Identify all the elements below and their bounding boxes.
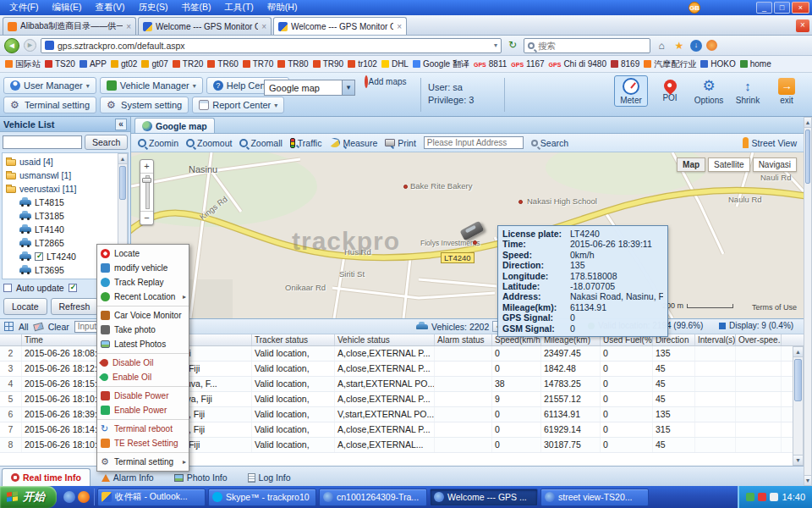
context-menu-item[interactable]: Car Voice Monitor: [97, 308, 189, 323]
tray-app-icon[interactable]: [770, 493, 778, 501]
menu-item[interactable]: 帮助(H): [261, 1, 304, 14]
bookmark-item[interactable]: gt02: [111, 59, 137, 69]
context-menu-item[interactable]: Terminal setting: [97, 455, 189, 469]
tray-status-icon[interactable]: [746, 493, 754, 501]
home-icon[interactable]: ⌂: [655, 39, 668, 52]
close-button[interactable]: ×: [792, 2, 809, 14]
back-button[interactable]: ◄: [4, 38, 19, 53]
map-toolbar-button[interactable]: Print: [385, 138, 416, 148]
context-menu-item[interactable]: Locate: [97, 246, 189, 261]
sidebar-action-button[interactable]: Locate: [3, 298, 47, 315]
vehicle-search-input[interactable]: [3, 135, 82, 149]
bookmark-item[interactable]: tr102: [348, 59, 377, 69]
table-column-header[interactable]: Vehicle status: [335, 334, 435, 345]
bottom-tab[interactable]: Real time Info: [2, 468, 91, 486]
menu-item[interactable]: 文件(F): [3, 1, 45, 14]
table-column-header[interactable]: [0, 334, 22, 345]
reload-icon[interactable]: ↻: [506, 39, 519, 52]
browser-tab[interactable]: Welcome --- GPS Monitor Cen... ×: [138, 17, 272, 35]
header-tool-button[interactable]: exit: [770, 75, 804, 107]
all-toggle[interactable]: All: [19, 322, 29, 332]
tab-close-icon[interactable]: ×: [126, 22, 131, 31]
bookmark-item[interactable]: TR80: [277, 59, 308, 69]
bookmark-item[interactable]: 国际站: [5, 58, 41, 70]
context-menu-item[interactable]: Disable Oil: [97, 356, 189, 370]
header-menu-button[interactable]: System setting: [100, 97, 189, 113]
context-menu-item[interactable]: Take photo: [97, 323, 189, 337]
map-view-button[interactable]: Navigasi: [753, 157, 797, 172]
header-tool-button[interactable]: POI: [653, 75, 687, 107]
quick-launch-ie-icon[interactable]: [63, 491, 75, 503]
bookmark-item[interactable]: 汽摩配行业: [644, 58, 696, 70]
bookmark-item[interactable]: TS20: [45, 59, 75, 69]
auto-update-interval-checkbox[interactable]: [69, 284, 77, 292]
quick-launch-firefox-icon[interactable]: [78, 491, 90, 503]
collapse-panel-icon[interactable]: «: [115, 119, 127, 130]
clear-button[interactable]: Clear: [48, 322, 69, 332]
context-menu-item[interactable]: modify vehicle: [97, 261, 189, 275]
map-type-select[interactable]: Google map ▾: [264, 80, 355, 96]
menu-item[interactable]: 历史(S): [131, 1, 174, 14]
context-menu-item[interactable]: TE Reset Setting: [97, 436, 189, 453]
vehicle-search-button[interactable]: Search: [85, 135, 128, 150]
bookmark-item[interactable]: APP: [80, 59, 107, 69]
zoom-slider-thumb[interactable]: [142, 178, 151, 183]
map-toolbar-button[interactable]: Zoomout: [186, 138, 232, 148]
menu-item[interactable]: 编辑(E): [45, 1, 88, 14]
addon-icon[interactable]: [706, 40, 717, 51]
browser-tab[interactable]: Welcome --- GPS Monitor Cen... ×: [273, 17, 407, 35]
table-column-header[interactable]: Alarm status: [435, 334, 492, 345]
taskbar-task[interactable]: street view-TS20...: [540, 489, 649, 506]
restore-button[interactable]: □: [774, 2, 790, 14]
context-menu-item[interactable]: Enable Oil: [97, 370, 189, 387]
zoom-in-icon[interactable]: +: [140, 160, 153, 173]
bookmark-item[interactable]: 8169: [611, 59, 639, 69]
bookmark-star-icon[interactable]: ★: [672, 39, 686, 52]
table-scrollbar[interactable]: ▲ ▼: [793, 346, 804, 466]
header-menu-button[interactable]: Report Center: [192, 97, 284, 113]
vehicle-tree-item[interactable]: usmanswl [1]: [3, 168, 128, 182]
table-column-header[interactable]: Interval(s): [695, 334, 736, 345]
map-view-button[interactable]: Satellite: [708, 157, 750, 172]
tab-close-icon[interactable]: ×: [397, 22, 402, 31]
context-menu-item[interactable]: Latest Photos: [97, 337, 189, 354]
map-terms-link[interactable]: Terms of Use: [752, 303, 797, 312]
bookmark-item[interactable]: home: [740, 59, 771, 69]
downloads-icon[interactable]: ↓: [690, 40, 702, 52]
map-toolbar-button[interactable]: Zoomin: [138, 138, 178, 148]
bookmark-item[interactable]: TR20: [173, 59, 203, 69]
header-menu-button[interactable]: User Manager: [3, 77, 96, 94]
language-badge[interactable]: GB: [689, 2, 700, 14]
browser-search-box[interactable]: [524, 38, 650, 53]
auto-update-checkbox[interactable]: [3, 284, 12, 292]
bottom-tab[interactable]: Log Info: [239, 468, 300, 486]
header-menu-button[interactable]: Vehicle Manager: [100, 77, 203, 94]
bookmark-item[interactable]: DHL: [381, 59, 409, 69]
sidebar-action-button[interactable]: Refresh: [51, 298, 99, 315]
map-canvas[interactable]: Nasinu Kings Rd Bake Rite Bakery Nakasi …: [131, 152, 804, 318]
bookmark-item[interactable]: TR60: [207, 59, 238, 69]
map-search-button[interactable]: Search: [531, 138, 568, 148]
url-dropdown-icon[interactable]: ▾: [494, 41, 497, 49]
vehicle-tree-item[interactable]: usaid [4]: [3, 155, 128, 168]
add-maps-button[interactable]: Add maps: [362, 77, 409, 86]
zoom-out-icon[interactable]: −: [140, 212, 153, 224]
bookmark-item[interactable]: Chi di 9480: [549, 59, 606, 69]
browser-scrollbar[interactable]: ▲ ▼: [804, 117, 812, 486]
zoom-slider[interactable]: [140, 173, 153, 212]
scroll-up-icon[interactable]: ▲: [118, 154, 127, 164]
map-address-input[interactable]: [424, 136, 524, 149]
vehicle-tree-item[interactable]: veerustaxi [11]: [3, 182, 128, 196]
header-tool-button[interactable]: Options: [692, 75, 726, 107]
minimize-button[interactable]: _: [756, 2, 772, 14]
bookmark-item[interactable]: 1167: [511, 59, 544, 69]
menu-item[interactable]: 查看(V): [88, 1, 131, 14]
tab-close-icon[interactable]: ×: [261, 22, 266, 31]
taskbar-task[interactable]: Welcome --- GPS ...: [430, 489, 538, 506]
header-tool-button[interactable]: Shrink: [731, 75, 765, 107]
bookmark-item[interactable]: HOKO: [700, 59, 735, 69]
map-tab[interactable]: Google map: [134, 118, 215, 133]
map-toolbar-button[interactable]: Measure: [329, 138, 377, 148]
menu-item[interactable]: 书签(B): [174, 1, 217, 14]
browser-tab[interactable]: Alibaba制造商目录——供一... ×: [3, 17, 136, 35]
